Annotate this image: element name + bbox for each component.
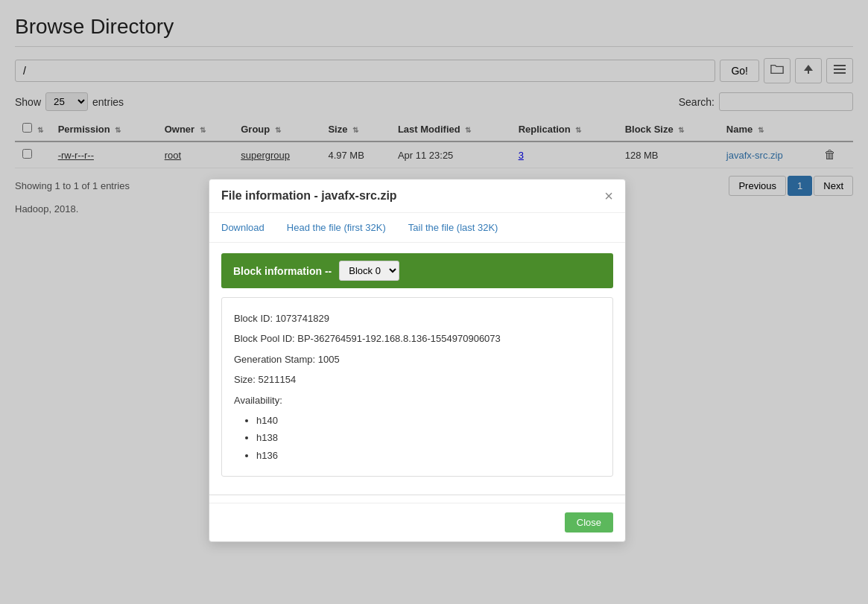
tail-file-link[interactable]: Tail the file (last 32K) [408,222,498,229]
modal-close-button[interactable]: × [604,188,613,203]
modal-title: File information - javafx-src.zip [221,189,397,203]
file-info-modal: File information - javafx-src.zip × Down… [209,179,626,229]
download-link[interactable]: Download [221,222,264,229]
head-file-link[interactable]: Head the file (first 32K) [287,222,386,229]
modal-header: File information - javafx-src.zip × [209,179,625,213]
modal-links: Download Head the file (first 32K) Tail … [209,213,625,229]
